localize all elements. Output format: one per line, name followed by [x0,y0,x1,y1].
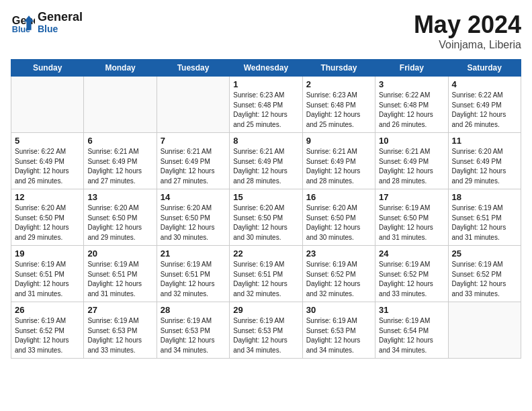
column-header-saturday: Saturday [448,60,521,77]
calendar-cell: 9Sunrise: 6:21 AM Sunset: 6:49 PM Daylig… [302,133,375,189]
day-number: 23 [306,248,371,259]
location-title: Voinjama, Liberia [414,39,521,51]
day-info: Sunrise: 6:19 AM Sunset: 6:51 PM Dayligh… [233,260,298,299]
day-info: Sunrise: 6:19 AM Sunset: 6:51 PM Dayligh… [161,260,226,299]
calendar-cell: 1Sunrise: 6:23 AM Sunset: 6:48 PM Daylig… [230,77,302,133]
calendar-cell [11,77,84,133]
calendar-cell: 24Sunrise: 6:19 AM Sunset: 6:52 PM Dayli… [375,246,448,302]
day-info: Sunrise: 6:20 AM Sunset: 6:50 PM Dayligh… [87,203,152,242]
calendar-cell [84,77,157,133]
week-row-1: 1Sunrise: 6:23 AM Sunset: 6:48 PM Daylig… [11,77,521,133]
calendar-cell: 29Sunrise: 6:19 AM Sunset: 6:53 PM Dayli… [230,302,302,359]
day-info: Sunrise: 6:20 AM Sunset: 6:50 PM Dayligh… [161,203,226,242]
day-info: Sunrise: 6:19 AM Sunset: 6:53 PM Dayligh… [306,316,371,355]
month-title: May 2024 [414,11,521,39]
day-info: Sunrise: 6:21 AM Sunset: 6:49 PM Dayligh… [306,147,371,186]
day-number: 28 [161,305,226,315]
calendar-cell [157,77,229,133]
calendar-cell: 3Sunrise: 6:22 AM Sunset: 6:48 PM Daylig… [375,77,448,133]
day-info: Sunrise: 6:23 AM Sunset: 6:48 PM Dayligh… [306,91,371,130]
day-info: Sunrise: 6:19 AM Sunset: 6:50 PM Dayligh… [379,203,444,242]
day-number: 16 [306,192,371,202]
calendar-cell: 30Sunrise: 6:19 AM Sunset: 6:53 PM Dayli… [302,302,375,359]
day-number: 3 [379,79,444,89]
day-info: Sunrise: 6:19 AM Sunset: 6:53 PM Dayligh… [161,316,226,355]
day-info: Sunrise: 6:19 AM Sunset: 6:53 PM Dayligh… [87,316,152,355]
calendar-cell: 14Sunrise: 6:20 AM Sunset: 6:50 PM Dayli… [157,189,229,246]
calendar-cell: 13Sunrise: 6:20 AM Sunset: 6:50 PM Dayli… [84,189,157,246]
day-number: 29 [233,305,298,315]
column-header-sunday: Sunday [11,60,84,77]
calendar-cell: 8Sunrise: 6:21 AM Sunset: 6:49 PM Daylig… [230,133,302,189]
day-number: 22 [233,248,298,259]
page-header: General Blue General Blue May 2024 Voinj… [11,11,521,51]
logo-line1: General [38,11,83,24]
day-number: 14 [161,192,226,202]
calendar-header-row: SundayMondayTuesdayWednesdayThursdayFrid… [11,60,521,77]
calendar-cell: 11Sunrise: 6:20 AM Sunset: 6:49 PM Dayli… [448,133,521,189]
day-info: Sunrise: 6:19 AM Sunset: 6:53 PM Dayligh… [233,316,298,355]
day-info: Sunrise: 6:19 AM Sunset: 6:51 PM Dayligh… [15,260,80,299]
day-info: Sunrise: 6:21 AM Sunset: 6:49 PM Dayligh… [87,147,152,186]
day-info: Sunrise: 6:19 AM Sunset: 6:54 PM Dayligh… [379,316,444,355]
day-info: Sunrise: 6:21 AM Sunset: 6:49 PM Dayligh… [233,147,298,186]
calendar-cell: 23Sunrise: 6:19 AM Sunset: 6:52 PM Dayli… [302,246,375,302]
day-number: 1 [233,79,298,89]
week-row-5: 26Sunrise: 6:19 AM Sunset: 6:52 PM Dayli… [11,302,521,359]
day-number: 7 [161,136,226,146]
day-info: Sunrise: 6:19 AM Sunset: 6:52 PM Dayligh… [452,260,517,299]
day-info: Sunrise: 6:19 AM Sunset: 6:52 PM Dayligh… [15,316,80,355]
title-block: May 2024 Voinjama, Liberia [414,11,521,51]
calendar-cell: 16Sunrise: 6:20 AM Sunset: 6:50 PM Dayli… [302,189,375,246]
day-info: Sunrise: 6:20 AM Sunset: 6:50 PM Dayligh… [306,203,371,242]
day-number: 27 [87,305,152,315]
calendar-cell: 26Sunrise: 6:19 AM Sunset: 6:52 PM Dayli… [11,302,84,359]
calendar-table: SundayMondayTuesdayWednesdayThursdayFrid… [11,59,521,359]
day-info: Sunrise: 6:19 AM Sunset: 6:52 PM Dayligh… [379,260,444,299]
day-number: 26 [15,305,80,315]
calendar-cell: 6Sunrise: 6:21 AM Sunset: 6:49 PM Daylig… [84,133,157,189]
day-number: 4 [452,79,517,89]
day-info: Sunrise: 6:19 AM Sunset: 6:51 PM Dayligh… [452,203,517,242]
day-info: Sunrise: 6:21 AM Sunset: 6:49 PM Dayligh… [161,147,226,186]
calendar-cell: 15Sunrise: 6:20 AM Sunset: 6:50 PM Dayli… [230,189,302,246]
column-header-friday: Friday [375,60,448,77]
day-number: 30 [306,305,371,315]
calendar-cell: 12Sunrise: 6:20 AM Sunset: 6:50 PM Dayli… [11,189,84,246]
day-number: 20 [87,248,152,259]
calendar-cell: 25Sunrise: 6:19 AM Sunset: 6:52 PM Dayli… [448,246,521,302]
calendar-cell: 4Sunrise: 6:22 AM Sunset: 6:49 PM Daylig… [448,77,521,133]
day-number: 6 [87,136,152,146]
day-info: Sunrise: 6:19 AM Sunset: 6:51 PM Dayligh… [87,260,152,299]
day-number: 13 [87,192,152,202]
day-info: Sunrise: 6:20 AM Sunset: 6:49 PM Dayligh… [452,147,517,186]
calendar-cell: 5Sunrise: 6:22 AM Sunset: 6:49 PM Daylig… [11,133,84,189]
day-info: Sunrise: 6:19 AM Sunset: 6:52 PM Dayligh… [306,260,371,299]
day-number: 11 [452,136,517,146]
calendar-cell: 27Sunrise: 6:19 AM Sunset: 6:53 PM Dayli… [84,302,157,359]
calendar-cell: 21Sunrise: 6:19 AM Sunset: 6:51 PM Dayli… [157,246,229,302]
column-header-thursday: Thursday [302,60,375,77]
calendar-cell: 20Sunrise: 6:19 AM Sunset: 6:51 PM Dayli… [84,246,157,302]
logo-icon: General Blue [11,11,35,35]
day-number: 31 [379,305,444,315]
day-info: Sunrise: 6:22 AM Sunset: 6:49 PM Dayligh… [15,147,80,186]
day-number: 12 [15,192,80,202]
week-row-4: 19Sunrise: 6:19 AM Sunset: 6:51 PM Dayli… [11,246,521,302]
calendar-cell: 2Sunrise: 6:23 AM Sunset: 6:48 PM Daylig… [302,77,375,133]
day-number: 5 [15,136,80,146]
day-number: 18 [452,192,517,202]
day-info: Sunrise: 6:23 AM Sunset: 6:48 PM Dayligh… [233,91,298,130]
calendar-cell [448,302,521,359]
column-header-monday: Monday [84,60,157,77]
week-row-3: 12Sunrise: 6:20 AM Sunset: 6:50 PM Dayli… [11,189,521,246]
day-info: Sunrise: 6:20 AM Sunset: 6:50 PM Dayligh… [15,203,80,242]
day-number: 15 [233,192,298,202]
day-number: 19 [15,248,80,259]
logo: General Blue General Blue [11,11,83,35]
calendar-cell: 28Sunrise: 6:19 AM Sunset: 6:53 PM Dayli… [157,302,229,359]
calendar-cell: 19Sunrise: 6:19 AM Sunset: 6:51 PM Dayli… [11,246,84,302]
calendar-cell: 17Sunrise: 6:19 AM Sunset: 6:50 PM Dayli… [375,189,448,246]
day-number: 9 [306,136,371,146]
day-number: 10 [379,136,444,146]
